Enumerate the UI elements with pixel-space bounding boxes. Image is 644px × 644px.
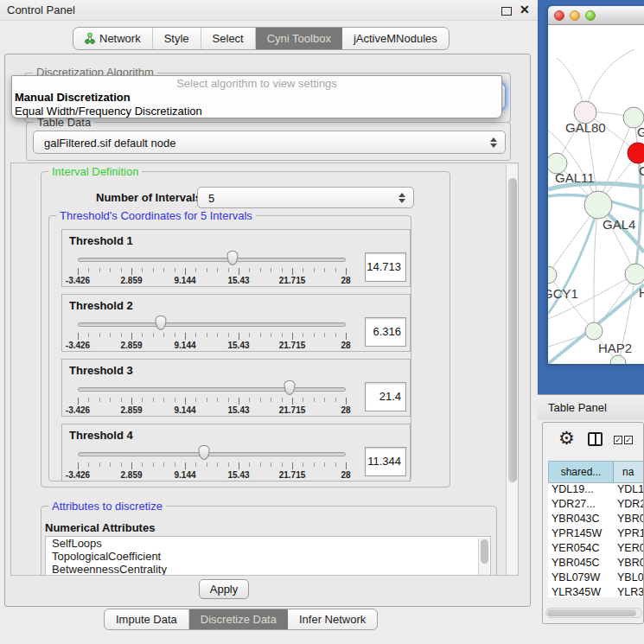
- columns-icon[interactable]: [588, 432, 603, 446]
- threshold-1-slider[interactable]: -3.426 2.859 9.144 15.43 21.715 28: [78, 230, 346, 288]
- node-hap2[interactable]: [585, 322, 603, 340]
- slider-ticks: [78, 333, 347, 340]
- table-panel: ⚙ ✓ ✓ shared... na YDL19...YDL1 YDR27...…: [542, 422, 644, 624]
- slider-ticks: [78, 268, 347, 275]
- threshold-4-slider[interactable]: -3.426 2.859 9.144 15.43 21.715 28: [78, 424, 346, 482]
- table-toolbar: ⚙ ✓ ✓: [543, 423, 644, 457]
- table-row[interactable]: YDR27...YDR2: [548, 498, 644, 513]
- tick-label: 2.859: [120, 276, 142, 285]
- table-row[interactable]: YLR345WYLR3: [548, 586, 644, 597]
- tick-label: -3.426: [66, 405, 90, 415]
- tick-label: 2.859: [120, 341, 142, 350]
- tick-label: 2.859: [120, 405, 142, 415]
- slider-thumb[interactable]: [284, 380, 295, 395]
- thresholds-group: Threshold's Coordinates for 5 Intervals …: [48, 215, 411, 481]
- number-of-intervals-value: 5: [208, 191, 214, 204]
- close-panel-icon[interactable]: ✕: [520, 3, 530, 16]
- settings-scrollbar[interactable]: [506, 164, 519, 575]
- threshold-3-value-field[interactable]: 21.4: [365, 382, 406, 411]
- slider-track[interactable]: [78, 322, 346, 327]
- attributes-group: Attributes to discretize Numerical Attri…: [41, 506, 497, 576]
- dropdown-item-placeholder[interactable]: Select algorithm to view settings: [12, 76, 501, 91]
- slider-thumb[interactable]: [198, 445, 209, 460]
- tab-jactivemnodules[interactable]: jActiveMNodules: [342, 28, 449, 49]
- tab-network[interactable]: Network: [73, 28, 153, 49]
- list-item[interactable]: BetweennessCentrality: [46, 563, 490, 576]
- control-panel-title: Control Panel: [7, 3, 75, 16]
- node-label-gal4: GAL4: [603, 217, 635, 232]
- minimize-window-icon[interactable]: [570, 10, 580, 21]
- number-of-intervals-combobox[interactable]: 5: [197, 187, 414, 208]
- slider-thumb[interactable]: [156, 316, 167, 330]
- tab-select[interactable]: Select: [201, 28, 256, 49]
- table-row[interactable]: YPR145WYPR1: [548, 527, 644, 542]
- column-header-shared-name[interactable]: shared...: [549, 462, 614, 482]
- checkbox-icon[interactable]: ✓: [624, 436, 633, 444]
- thresholds-group-title: Threshold's Coordinates for 5 Intervals: [56, 209, 256, 222]
- tick-label: 21.715: [279, 470, 306, 480]
- node-label-gal11: GAL11: [555, 170, 595, 185]
- tick-label: -3.426: [66, 276, 90, 285]
- list-scrollbar[interactable]: [478, 538, 489, 576]
- table-row[interactable]: YER054CYER0: [548, 542, 644, 557]
- node-table: shared... na YDL19...YDL1 YDR27...YDR2 Y…: [548, 461, 644, 597]
- table-row[interactable]: YDL19...YDL1: [548, 483, 644, 498]
- slider-thumb[interactable]: [226, 251, 238, 265]
- slider-track[interactable]: [78, 452, 346, 456]
- threshold-3-slider[interactable]: -3.426 2.859 9.144 15.43 21.715 28: [78, 360, 346, 418]
- attributes-group-title: Attributes to discretize: [48, 500, 166, 513]
- list-item[interactable]: TopologicalCoefficient: [46, 550, 490, 563]
- tick-label: 15.43: [227, 341, 249, 350]
- zoom-window-icon[interactable]: [585, 10, 596, 21]
- table-row[interactable]: YBR043CYBR0: [548, 513, 644, 527]
- table-row[interactable]: YBL079WYBL0: [548, 571, 644, 586]
- table-data-value: galFiltered.sif default node: [44, 136, 175, 149]
- apply-button[interactable]: Apply: [199, 579, 249, 599]
- slider-track[interactable]: [78, 387, 346, 392]
- table-data-combobox[interactable]: galFiltered.sif default node: [33, 131, 506, 154]
- threshold-2-slider[interactable]: -3.426 2.859 9.144 15.43 21.715 28: [78, 295, 346, 353]
- tick-label: 9.144: [174, 276, 195, 285]
- node-selected-red[interactable]: [628, 143, 644, 163]
- tab-discretize-data[interactable]: Discretize Data: [189, 609, 288, 629]
- dropdown-item-manual-discretization[interactable]: Manual Discretization: [12, 91, 501, 105]
- table-horizontal-scrollbar[interactable]: [545, 608, 642, 618]
- dropdown-item-equal-width-frequency[interactable]: Equal Width/Frequency Discretization: [12, 105, 501, 118]
- tick-label: 2.859: [120, 470, 142, 480]
- node-label-gcy1: GCY1: [548, 286, 578, 301]
- float-panel-button[interactable]: [501, 7, 512, 16]
- threshold-2-value-field[interactable]: 6.316: [365, 317, 406, 347]
- tab-infer-network[interactable]: Infer Network: [288, 609, 377, 629]
- list-item[interactable]: SelfLoops: [46, 537, 490, 550]
- tick-label: 9.144: [174, 405, 195, 415]
- threshold-3-box: Threshold 3 -3.426 2.859 9.144 15.43 21.…: [61, 359, 411, 417]
- number-of-intervals-label: Number of Intervals: [96, 191, 201, 204]
- tab-cyni-toolbox[interactable]: Cyni Toolbox: [256, 28, 342, 49]
- tab-impute-data[interactable]: Impute Data: [105, 609, 189, 629]
- checkbox-icon[interactable]: ✓: [614, 436, 622, 444]
- network-canvas[interactable]: GAL80 GA C GAL11 GAL4 GCY1 H HAP2: [548, 25, 644, 364]
- node-h[interactable]: [625, 264, 644, 284]
- node-label-cut-red: C: [639, 163, 644, 178]
- numerical-attributes-list: SelfLoops TopologicalCoefficient Between…: [45, 536, 491, 576]
- close-window-icon[interactable]: [554, 10, 564, 21]
- node-label-cut-top: GA: [637, 124, 644, 139]
- threshold-4-value-field[interactable]: 11.344: [365, 447, 406, 476]
- node-gal4[interactable]: [584, 191, 612, 219]
- table-row[interactable]: YBR045CYBR0: [548, 557, 644, 571]
- tick-label: 15.43: [227, 276, 249, 285]
- threshold-1-value-field[interactable]: 14.713: [365, 252, 406, 282]
- network-window-titlebar[interactable]: [548, 6, 644, 25]
- gear-icon[interactable]: ⚙: [558, 428, 575, 449]
- table-panel-header: Table Panel: [538, 394, 644, 420]
- tab-style[interactable]: Style: [153, 28, 201, 49]
- tick-label: -3.426: [66, 470, 90, 480]
- tick-label: 15.43: [227, 405, 249, 415]
- combo-arrows-icon: [490, 137, 497, 148]
- column-header-name[interactable]: na: [614, 462, 644, 482]
- interval-definition-title: Interval Definition: [48, 165, 142, 178]
- slider-ticks: [78, 462, 347, 469]
- slider-track[interactable]: [78, 258, 346, 262]
- interval-definition-group: Interval Definition Number of Intervals …: [41, 171, 450, 488]
- node-gcy1[interactable]: [548, 266, 557, 284]
